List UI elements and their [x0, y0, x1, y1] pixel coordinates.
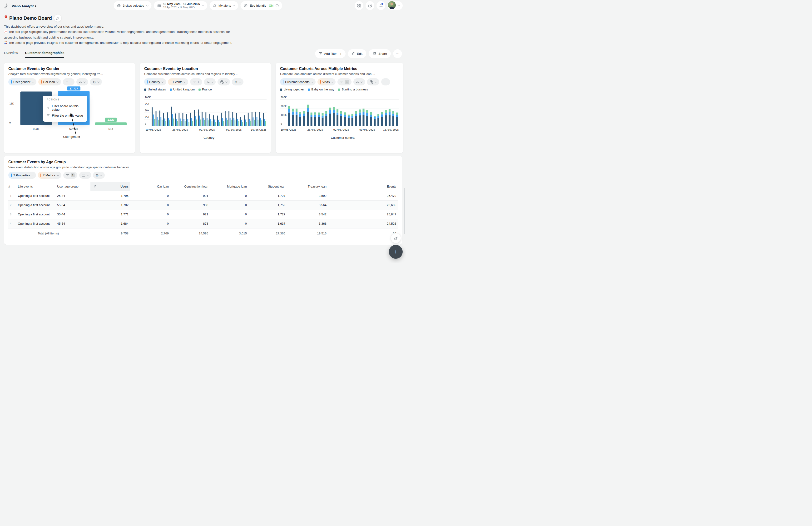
settings-chip[interactable]: ⚙ — [93, 172, 105, 179]
filter-count-badge: 1 — [345, 80, 349, 84]
piano-logo-icon — [4, 3, 10, 10]
table-row[interactable]: 3Opening a first account35-441,771092101… — [8, 210, 398, 219]
chevron-down-icon — [398, 4, 400, 6]
user-menu[interactable] — [388, 1, 403, 10]
settings-chip[interactable]: ⚙ — [90, 78, 102, 85]
total-value-cell: 3,015 — [210, 228, 248, 238]
filter-board-menu-item[interactable]: Filter board on this value — [47, 103, 84, 113]
notifications-button[interactable] — [377, 1, 385, 10]
card-customer-events-by-gender: Customer Events by Gender Analyze total … — [4, 63, 135, 153]
col-mortgage-loan[interactable]: Mortgage loan — [210, 182, 248, 191]
col-treasury-loan[interactable]: Treasury loan — [287, 182, 328, 191]
filter-count-badge: 1 — [71, 173, 75, 177]
total-label: Total (All items) — [8, 228, 90, 238]
more-options-chip[interactable]: ⋯ — [381, 78, 390, 85]
metric-chip-visits[interactable]: Visits — [318, 78, 336, 85]
my-alerts-button[interactable]: My alerts — [209, 1, 238, 10]
property-chip-customer-cohorts[interactable]: Customer cohorts — [280, 78, 316, 85]
cohorts-chart[interactable]: 0100K200K300K19/05/202526/05/202502/06/2… — [280, 92, 399, 144]
value-cell: 0 — [130, 200, 170, 210]
help-button[interactable] — [365, 1, 374, 10]
board-title: Piano Demo Board — [9, 15, 52, 21]
property-chip-country[interactable]: Country — [144, 78, 166, 85]
legend-label: United states — [148, 88, 166, 91]
col-construction-loan[interactable]: Construction loan — [170, 182, 210, 191]
gear-icon: ⚙ — [234, 80, 237, 84]
edit-title-button[interactable] — [54, 15, 61, 21]
metrics-chip[interactable]: 7 Metrics — [38, 172, 61, 179]
metric-chip-events[interactable]: Events — [168, 78, 188, 85]
topbar: Piano Analytics 3 sites selected 18 May … — [0, 0, 406, 11]
more-options-button[interactable]: ⋯ — [393, 49, 402, 58]
col-car-loan[interactable]: Car loan — [130, 182, 170, 191]
table-scrollbar[interactable] — [404, 188, 405, 234]
metric-chip-car-loan[interactable]: Car loan — [38, 78, 61, 85]
card-title: Customer Events by Location — [144, 67, 266, 71]
chart-type-chip[interactable] — [204, 78, 216, 85]
tab-overview[interactable]: Overview — [4, 49, 18, 58]
gear-icon: ⚙ — [92, 80, 96, 84]
filter-chip[interactable]: + — [190, 78, 202, 85]
filter-chip[interactable]: 1 — [337, 78, 351, 85]
row-number: 4 — [8, 219, 18, 228]
people-icon — [373, 52, 377, 56]
table-row[interactable]: 2Opening a first account55-641,782093801… — [8, 200, 398, 210]
date-range-secondary: 13 Apr 2025 - 12 May 2025 — [163, 6, 200, 9]
col-events[interactable]: Events — [328, 182, 398, 191]
data-source-chip[interactable] — [218, 78, 230, 85]
data-source-chip[interactable] — [367, 78, 379, 85]
value-cell: 25,479 — [328, 191, 398, 200]
database-clock-icon — [369, 80, 373, 84]
filter-icon — [66, 174, 69, 177]
location-chart[interactable]: 025K50K75K100K19/05/202526/05/202502/06/… — [144, 92, 266, 144]
add-tile-button[interactable]: + — [389, 245, 403, 259]
tab-customer-demographics[interactable]: Customer demographics — [25, 49, 64, 58]
add-filter-label: Add filter — [324, 52, 337, 56]
chart-type-chip[interactable] — [76, 78, 88, 85]
chart-type-chip[interactable] — [353, 78, 365, 85]
filter-chip[interactable]: 1 — [63, 172, 77, 179]
properties-chip[interactable]: 2 Properties — [8, 172, 36, 179]
settings-chip[interactable]: ⚙ — [232, 78, 244, 85]
col-user-age-group[interactable]: User age group — [57, 182, 90, 191]
total-value-cell: 14,595 — [170, 228, 210, 238]
apps-grid-button[interactable] — [354, 1, 363, 10]
total-value-cell: 9,758 — [90, 228, 130, 238]
svg-text:300K: 300K — [280, 96, 287, 99]
col-users-sorted[interactable]: Users — [90, 182, 130, 191]
filter-chip[interactable]: + — [63, 78, 75, 85]
legend-swatch — [144, 89, 146, 91]
svg-text:0: 0 — [145, 122, 146, 125]
col-student-loan[interactable]: Student loan — [248, 182, 287, 191]
col-life-events[interactable]: Life events — [18, 182, 57, 191]
share-button[interactable]: Share — [368, 49, 391, 58]
eco-leaf-icon — [244, 4, 248, 8]
svg-text:16/06/2025: 16/06/2025 — [383, 128, 399, 131]
col-index[interactable]: # — [8, 182, 18, 191]
svg-text:Country: Country — [203, 136, 214, 140]
cursor-arrow-icon — [68, 112, 78, 136]
plus-icon: + — [339, 52, 342, 56]
eco-friendly-toggle[interactable]: Eco-friendly ON — [241, 1, 282, 10]
notification-dot — [381, 3, 383, 5]
date-range-picker[interactable]: 18 May 2025 - 16 Jun 2025 13 Apr 2025 - … — [154, 1, 207, 10]
table-row[interactable]: 4Opening a first account45-541,684087301… — [8, 219, 398, 228]
svg-text:09/06/2025: 09/06/2025 — [226, 128, 242, 131]
view-type-chip[interactable] — [79, 172, 91, 179]
table-row[interactable]: 1Opening a first account25-341,796092101… — [8, 191, 398, 200]
legend-label: Starting a business — [342, 88, 368, 91]
life-event-cell: Opening a first account — [18, 210, 57, 219]
card-title: Customer Cohorts Across Multiple Metrics — [280, 67, 399, 71]
edit-button[interactable]: Edit — [348, 49, 366, 58]
svg-text:09/06/2025: 09/06/2025 — [359, 128, 375, 131]
chip-label: 7 Metrics — [43, 174, 56, 177]
total-value-cell: 19,516 — [287, 228, 328, 238]
svg-text:17,727: 17,727 — [70, 87, 78, 90]
property-chip-user-gender[interactable]: User gender — [8, 78, 37, 85]
value-cell: 1,782 — [90, 200, 130, 210]
table-icon — [82, 174, 85, 177]
sites-selector[interactable]: 3 sites selected — [114, 1, 151, 10]
add-filter-button[interactable]: Add filter + — [315, 49, 346, 58]
rocket-button[interactable] — [391, 233, 401, 243]
svg-text:26/05/2025: 26/05/2025 — [307, 128, 323, 131]
